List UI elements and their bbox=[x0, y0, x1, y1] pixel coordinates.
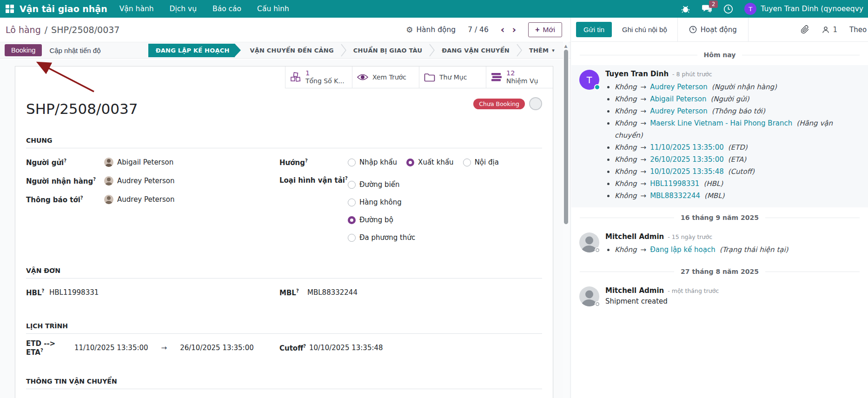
sender-value[interactable]: Abigail Peterson bbox=[104, 158, 173, 167]
app-name[interactable]: Vận tải giao nhận bbox=[20, 4, 107, 14]
update-progress-button[interactable]: Cập nhật tiến độ bbox=[49, 46, 100, 54]
hbl-value[interactable]: HBL11998331 bbox=[49, 288, 99, 297]
message: T Tuyen Tran Dinh - 8 phút trước Không→A… bbox=[571, 65, 868, 207]
send-message-button[interactable]: Gửi tin bbox=[576, 22, 612, 37]
follow-button[interactable]: Theo bbox=[849, 26, 868, 34]
radio-icon bbox=[348, 199, 356, 206]
menu-bao-cao[interactable]: Báo cáo bbox=[212, 5, 241, 13]
tracking-new-value[interactable]: Maersk Line Vietnam - Hai Phong Branch bbox=[650, 119, 792, 127]
stage-van-chuyen-den-cang[interactable]: VẬN CHUYỂN ĐẾN CẢNG bbox=[243, 47, 340, 54]
field-label: HBL? bbox=[26, 288, 49, 297]
booking-button[interactable]: Booking bbox=[5, 44, 42, 56]
record-badges: Chưa Booking bbox=[473, 97, 542, 110]
chatter-panel: Gửi tin Ghi chú nội bộ Hoạt động 1 Theo … bbox=[571, 18, 868, 398]
stage-chuan-bi-giao-tau[interactable]: CHUẨN BỊ GIAO TÀU bbox=[347, 47, 429, 54]
cutoff-value[interactable]: 10/10/2025 13:35:48 bbox=[309, 344, 383, 352]
eta-value[interactable]: 26/10/2025 13:35:00 bbox=[180, 344, 254, 352]
apps-grid-icon[interactable] bbox=[6, 5, 14, 13]
page: Vận tải giao nhận Vận hành Dịch vụ Báo c… bbox=[0, 0, 868, 398]
tracking-new-value[interactable]: Audrey Peterson bbox=[650, 107, 708, 115]
radio-noi-dia[interactable]: Nội địa bbox=[463, 158, 499, 166]
radio-duong-bien[interactable]: Đường biển bbox=[348, 176, 415, 193]
followers-button[interactable]: 1 bbox=[822, 26, 837, 34]
stage-dang-lap-ke-hoach[interactable]: ĐANG LẬP KẾ HOẠCH bbox=[148, 44, 235, 57]
tracking-new-value[interactable]: Audrey Peterson bbox=[650, 83, 708, 91]
pager-value[interactable]: 7 / 46 bbox=[468, 26, 489, 34]
radio-da-phuong-thuc[interactable]: Đa phương thức bbox=[348, 229, 415, 246]
radio-duong-bo[interactable]: Đường bộ bbox=[348, 211, 415, 229]
radio-nhap-khau[interactable]: Nhập khẩu bbox=[348, 158, 397, 166]
tracking-new-value[interactable]: Abigail Peterson bbox=[650, 95, 706, 103]
person-icon bbox=[822, 26, 830, 34]
tracking-new-value[interactable]: MBL88332244 bbox=[650, 192, 700, 200]
offline-presence-icon bbox=[595, 301, 600, 307]
hint-icon: ? bbox=[296, 288, 299, 293]
hint-icon: ? bbox=[93, 177, 96, 182]
activities-button[interactable]: Hoạt động bbox=[677, 18, 749, 41]
stage-dang-van-chuyen[interactable]: ĐANG VẬN CHUYỂN bbox=[435, 47, 516, 54]
field-label: Người nhận hàng? bbox=[26, 177, 104, 186]
scrollbar-thumb[interactable] bbox=[564, 50, 568, 224]
log-note-button[interactable]: Ghi chú nội bộ bbox=[622, 26, 667, 33]
new-record-button[interactable]: + Mới bbox=[528, 22, 562, 37]
message-author[interactable]: Tuyen Tran Dinh bbox=[605, 70, 669, 78]
message-body: Shipment created bbox=[605, 297, 861, 305]
message-author[interactable]: Mitchell Admin bbox=[605, 232, 664, 241]
mbl-value[interactable]: MBL88332244 bbox=[307, 288, 358, 297]
etd-eta-arrow-icon: → bbox=[161, 344, 167, 352]
hint-icon: ? bbox=[303, 344, 306, 349]
form-view-background: 1 Tổng Số K... Xem Trước Thư Mục bbox=[0, 60, 570, 398]
tracking-row: Không→Abigail Peterson(Người gửi) bbox=[615, 93, 861, 105]
messages-icon[interactable]: 2 bbox=[702, 4, 712, 14]
field-hbl: HBL? HBL11998331 bbox=[26, 283, 279, 302]
radio-icon bbox=[463, 159, 471, 166]
hint-icon: ? bbox=[40, 348, 43, 353]
radio-selected-icon bbox=[406, 159, 414, 166]
record-title[interactable]: SHP/2508/0037 bbox=[26, 100, 542, 117]
tracking-old-value: Không bbox=[615, 95, 637, 103]
smart-button-preview[interactable]: Xem Trước bbox=[352, 66, 419, 88]
field-direction: Hướng? Nhập khẩu Xuất khẩu Nội địa bbox=[279, 153, 542, 172]
tracking-new-value[interactable]: Đang lập kế hoạch bbox=[650, 245, 716, 254]
pager-previous-icon[interactable]: ‹ bbox=[501, 25, 505, 35]
menu-dich-vu[interactable]: Dịch vụ bbox=[170, 5, 197, 13]
chatter-header-right: 1 Theo bbox=[801, 18, 868, 41]
tracking-new-value[interactable]: 10/10/2025 13:35:48 bbox=[650, 167, 724, 176]
user-menu[interactable]: T Tuyen Tran Dinh (qynoeeqvy bbox=[744, 3, 863, 15]
radio-hang-khong[interactable]: Hàng không bbox=[348, 193, 415, 211]
breadcrumb-parent[interactable]: Lô hàng bbox=[6, 25, 41, 35]
tracking-arrow-icon: → bbox=[641, 119, 647, 127]
debug-bug-icon[interactable] bbox=[680, 4, 690, 14]
smart-button-tasks[interactable]: 12 Nhiệm Vụ bbox=[486, 66, 553, 88]
smart-button-value: 12 bbox=[506, 69, 538, 77]
transport-radio-group: Đường biển Hàng không Đường bộ Đa phương… bbox=[348, 176, 424, 246]
section-schedule: LỊCH TRÌNH bbox=[26, 322, 542, 334]
tracking-new-value[interactable]: 26/10/2025 13:35:00 bbox=[650, 155, 724, 164]
scroll-up-icon[interactable]: ▲ bbox=[563, 44, 569, 48]
menu-van-hanh[interactable]: Vận hành bbox=[119, 5, 154, 13]
attachments-button[interactable] bbox=[801, 25, 809, 34]
tracking-arrow-icon: → bbox=[641, 179, 647, 188]
message-author[interactable]: Mitchell Admin bbox=[605, 286, 664, 295]
stage-more-dropdown[interactable]: THÊM ▾ bbox=[523, 47, 561, 54]
general-grid: Người gửi? Abigail Peterson Người nhận h… bbox=[26, 153, 542, 246]
pager-next-icon[interactable]: › bbox=[512, 25, 516, 35]
shipping-right-column: Phương thức đóng hàng? FCL bbox=[279, 394, 542, 398]
tracking-arrow-icon: → bbox=[641, 155, 647, 164]
radio-xuat-khau[interactable]: Xuất khẩu bbox=[406, 158, 454, 166]
activity-clock-icon[interactable] bbox=[723, 4, 733, 14]
consignee-value[interactable]: Audrey Peterson bbox=[104, 176, 175, 186]
action-menu-button[interactable]: ⚙ Hành động bbox=[406, 25, 456, 34]
field-sender: Người gửi? Abigail Peterson bbox=[26, 153, 279, 172]
smart-button-folder[interactable]: Thư Mục bbox=[419, 66, 486, 88]
tracking-new-value[interactable]: 11/10/2025 13:35:00 bbox=[650, 143, 724, 152]
smart-button-packages[interactable]: 1 Tổng Số K... bbox=[285, 66, 352, 88]
tracking-new-value[interactable]: HBL11998331 bbox=[650, 179, 699, 188]
chatter-thread: Hôm nay T Tuyen Tran Dinh - 8 phút trước… bbox=[571, 42, 868, 312]
etd-value[interactable]: 11/10/2025 13:35:00 bbox=[74, 344, 148, 352]
main-panel: Lô hàng / SHP/2508/0037 ⚙ Hành động 7 / … bbox=[0, 18, 571, 398]
status-badge: Chưa Booking bbox=[473, 99, 525, 109]
menu-cau-hinh[interactable]: Cấu hình bbox=[257, 5, 289, 13]
breadcrumb-separator: / bbox=[45, 25, 47, 35]
notify-value[interactable]: Audrey Peterson bbox=[104, 195, 175, 204]
